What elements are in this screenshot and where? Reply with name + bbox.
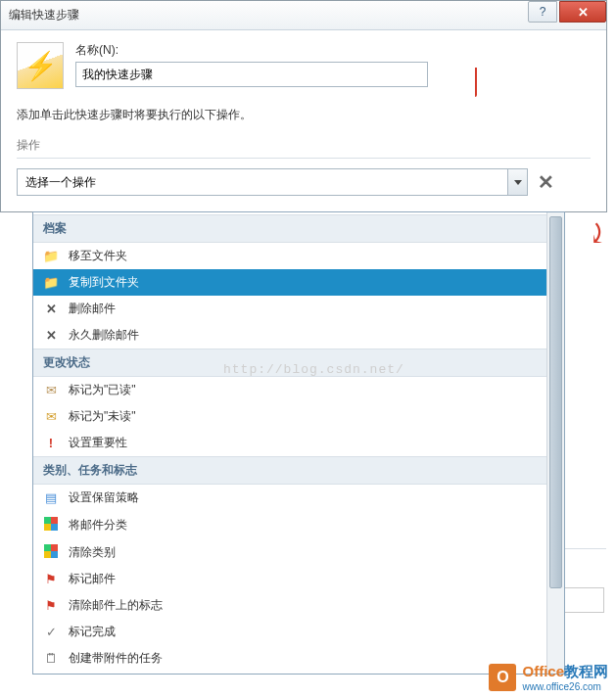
dropdown-item[interactable]: 清除类别	[33, 538, 546, 566]
dropdown-group-header: 档案	[33, 214, 546, 243]
brand-text: Office教程网 www.office26.com	[522, 663, 608, 692]
scrollbar-thumb[interactable]	[549, 216, 562, 588]
name-column: 名称(N):	[75, 42, 591, 87]
dropdown-item[interactable]: ⚑标记邮件	[33, 566, 546, 592]
delete-x-icon: ✕	[43, 302, 59, 317]
combo-dropdown-button[interactable]	[507, 169, 527, 195]
dropdown-item-label: 标记为"未读"	[69, 408, 136, 425]
brand-badge: O Office教程网 www.office26.com	[489, 663, 608, 692]
brand-url: www.office26.com	[522, 681, 608, 692]
action-dropdown-list: 档案📁移至文件夹📁复制到文件夹✕删除邮件✕永久删除邮件更改状态✉标记为"已读"✉…	[32, 211, 565, 675]
check-icon: ✓	[43, 625, 59, 640]
name-label: 名称(N):	[75, 42, 591, 59]
envelope-closed-icon: ✉	[43, 409, 59, 425]
flag-icon: ⚑	[43, 572, 59, 587]
help-button[interactable]: ?	[528, 1, 557, 23]
dropdown-item[interactable]: ▤设置保留策略	[33, 485, 546, 511]
action-combobox[interactable]: 选择一个操作	[17, 168, 528, 196]
delete-x-icon: ✕	[43, 328, 59, 344]
window-title: 编辑快速步骤	[9, 7, 528, 23]
combo-text: 选择一个操作	[25, 174, 96, 191]
dropdown-group-header: 类别、任务和标志	[33, 456, 546, 485]
dropdown-item-label: 复制到文件夹	[69, 274, 139, 291]
chevron-down-icon	[514, 180, 522, 185]
dropdown-item[interactable]: ✉标记为"已读"	[33, 377, 546, 403]
close-icon: ✕	[578, 5, 589, 20]
dropdown-item[interactable]: ✕删除邮件	[33, 296, 546, 322]
dropdown-item-label: 移至文件夹	[69, 248, 127, 264]
brand-name-a: Office	[522, 663, 564, 679]
action-row: 选择一个操作 ✕	[17, 168, 591, 196]
dropdown-scrollbar[interactable]	[546, 212, 564, 674]
dropdown-item-label: 删除邮件	[69, 301, 116, 317]
separator	[17, 158, 591, 159]
titlebar-buttons: ? ✕	[528, 1, 606, 29]
dropdown-item[interactable]: ✕永久删除邮件	[33, 322, 546, 349]
dropdown-item[interactable]: 📁移至文件夹	[33, 243, 546, 269]
help-icon: ?	[540, 5, 546, 19]
brand-name-b: 教程网	[564, 663, 608, 679]
instruction-text: 添加单击此快速步骤时将要执行的以下操作。	[17, 107, 591, 123]
dropdown-item-label: 永久删除邮件	[69, 327, 139, 344]
actions-section-label: 操作	[17, 137, 591, 154]
brand-logo-icon: O	[489, 664, 516, 691]
dialog-content: ⚡ 名称(N): 添加单击此快速步骤时将要执行的以下操作。 操作 选择一个操作 …	[1, 30, 606, 211]
dropdown-item[interactable]: ⚑清除邮件上的标志	[33, 592, 546, 619]
dropdown-item-label: 标记完成	[69, 624, 116, 640]
dropdown-item[interactable]: 🗒创建带附件的任务	[33, 645, 546, 672]
dropdown-item-label: 清除邮件上的标志	[69, 597, 163, 614]
dropdown-item-label: 设置保留策略	[69, 489, 139, 506]
importance-icon: !	[43, 436, 59, 451]
dropdown-item-label: 标记为"已读"	[69, 382, 136, 398]
attachment-task-icon: 🗒	[43, 651, 59, 667]
calendar-icon: ▤	[43, 490, 59, 506]
dropdown-item-label: 清除类别	[69, 544, 116, 561]
folder-copy-icon: 📁	[43, 275, 59, 291]
dropdown-item-label: 创建带附件的任务	[69, 650, 163, 667]
dropdown-group-header: 更改状态	[33, 349, 546, 377]
titlebar[interactable]: 编辑快速步骤 ? ✕	[1, 1, 606, 30]
category-icon	[43, 516, 59, 534]
dropdown-item-label: 设置重要性	[69, 435, 127, 451]
folder-move-icon: 📁	[43, 249, 59, 264]
quickstep-bolt-icon[interactable]: ⚡	[17, 42, 64, 89]
flag-icon: ⚑	[43, 598, 59, 614]
close-button[interactable]: ✕	[559, 1, 606, 23]
dropdown-item[interactable]: 将邮件分类	[33, 511, 546, 538]
envelope-open-icon: ✉	[43, 383, 59, 398]
dialog-window: 编辑快速步骤 ? ✕ ⚡ 名称(N): 添加单击此快速步骤时将要执行的以下操作。…	[0, 0, 607, 212]
header-row: ⚡ 名称(N):	[17, 42, 591, 89]
dropdown-item[interactable]: ✉标记为"未读"	[33, 403, 546, 430]
annotation-mark	[471, 68, 477, 97]
name-input[interactable]	[75, 62, 428, 87]
category-icon	[43, 543, 59, 561]
remove-action-button[interactable]: ✕	[538, 170, 554, 194]
dropdown-item-label: 标记邮件	[69, 571, 116, 587]
dropdown-item[interactable]: ✓标记完成	[33, 619, 546, 645]
dropdown-item-label: 将邮件分类	[69, 517, 127, 534]
annotation-arrow: ⤸	[586, 217, 608, 250]
dropdown-item[interactable]: !设置重要性	[33, 430, 546, 456]
dropdown-item[interactable]: 📁复制到文件夹	[33, 269, 546, 296]
